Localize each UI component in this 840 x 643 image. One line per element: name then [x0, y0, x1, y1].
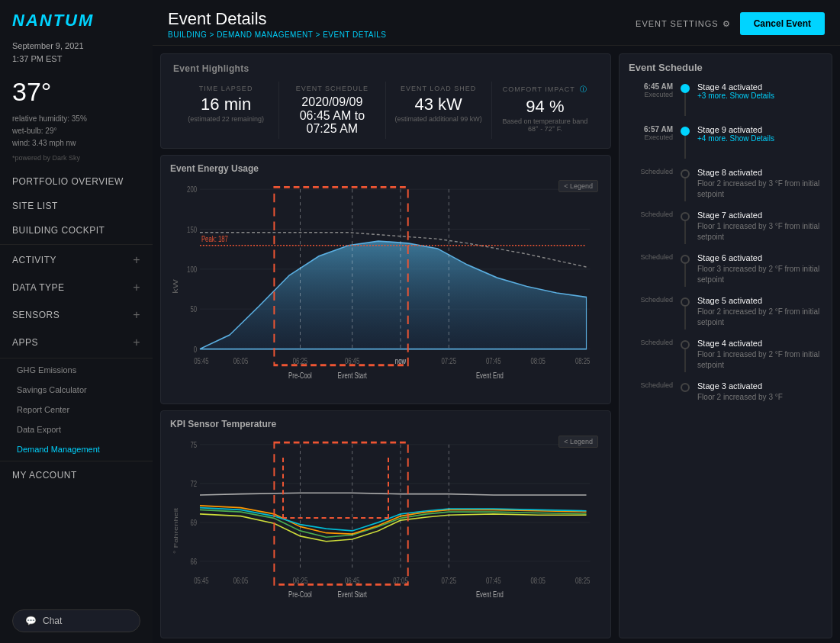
schedule-info: Stage 4 activated Floor 1 increased by 2…: [697, 339, 822, 372]
sidebar-item-cockpit[interactable]: BUILDING COCKPIT: [0, 218, 153, 243]
svg-text:06:05: 06:05: [233, 575, 248, 585]
svg-text:Event Start: Event Start: [337, 589, 367, 599]
schedule-line: [681, 381, 690, 403]
temp-legend-button[interactable]: < Legend: [558, 436, 598, 448]
svg-text:Peak: 187: Peak: 187: [201, 234, 228, 244]
sidebar-item-sensors[interactable]: SENSORS+: [0, 301, 153, 329]
sidebar-item-sitelist[interactable]: SITE LIST: [0, 194, 153, 218]
chat-button[interactable]: 💬 Chat: [12, 609, 140, 632]
sidebar-item-account[interactable]: MY ACCOUNT: [0, 463, 153, 487]
schedule-item: Scheduled Stage 7 activated Floor 1 incr…: [629, 211, 822, 244]
schedule-line: [681, 168, 690, 201]
svg-text:Event End: Event End: [476, 589, 504, 599]
svg-text:Event Start: Event Start: [337, 370, 367, 380]
schedule-dot: [681, 383, 690, 392]
schedule-stage-label: Stage 3 activated: [697, 381, 822, 391]
content-area: Event Highlights TIME LAPSED 16 min (est…: [153, 46, 840, 643]
schedule-item: Scheduled Stage 5 activated Floor 2 incr…: [629, 296, 822, 330]
schedule-status: Scheduled: [629, 296, 673, 304]
sidebar-item-report[interactable]: Report Center: [0, 400, 153, 420]
schedule-detail: Floor 1 increased by 3 °F from initial s…: [697, 221, 822, 243]
svg-marker-11: [200, 241, 587, 349]
svg-text:08:05: 08:05: [530, 356, 545, 366]
schedule-status: Scheduled: [629, 381, 673, 389]
cancel-event-button[interactable]: Cancel Event: [740, 12, 825, 35]
schedule-dot: [681, 169, 690, 178]
temp-chart-card: KPI Sensor Temperature < Legend ° Fahren…: [160, 410, 611, 638]
schedule-stage-label: Stage 4 activated: [697, 82, 822, 92]
schedule-dot: [681, 84, 690, 93]
schedule-info: Stage 8 activated Floor 2 increased by 3…: [697, 168, 822, 201]
schedule-line: [681, 125, 690, 159]
svg-text:150: 150: [187, 224, 197, 234]
schedule-info: Stage 4 activated +3 more. Show Details: [697, 82, 822, 116]
schedule-dot: [681, 127, 690, 136]
schedule-line: [681, 339, 690, 372]
schedule-detail: Floor 3 increased by 2 °F from initial s…: [697, 264, 822, 285]
schedule-detail: Floor 2 increased by 2 °F from initial s…: [697, 307, 822, 328]
schedule-more-link[interactable]: +3 more. Show Details: [697, 92, 822, 100]
svg-text:69: 69: [190, 517, 197, 527]
svg-text:07:45: 07:45: [486, 356, 500, 366]
sidebar-item-ghg[interactable]: GHG Emissions: [0, 360, 153, 380]
temp-chart-svg: ° Fahrenheit 75 72 69 66: [170, 434, 601, 629]
schedule-detail: Floor 2 increased by 3 °F: [697, 392, 822, 403]
breadcrumb: BUILDING > DEMAND MANAGEMENT > EVENT DET…: [168, 31, 387, 39]
svg-text:Pre-Cool: Pre-Cool: [288, 370, 312, 380]
schedule-dot: [681, 340, 690, 349]
schedule-time-col: Scheduled: [629, 339, 673, 372]
sidebar-temperature: 37°: [0, 72, 153, 111]
svg-text:75: 75: [190, 439, 197, 449]
sidebar-item-demand[interactable]: Demand Management: [0, 439, 153, 459]
schedule-status: Executed: [629, 91, 673, 98]
svg-rect-56: [274, 442, 407, 584]
schedule-stage-label: Stage 5 activated: [697, 296, 822, 305]
sidebar-item-activity[interactable]: ACTIVITY+: [0, 246, 153, 274]
chat-section: 💬 Chat: [0, 599, 153, 643]
svg-text:72: 72: [190, 478, 197, 488]
schedule-status: Scheduled: [629, 168, 673, 175]
schedule-title: Event Schedule: [629, 62, 822, 73]
svg-text:06:05: 06:05: [233, 356, 248, 366]
schedule-time-col: 6:45 AM Executed: [629, 82, 673, 116]
schedule-time-col: Scheduled: [629, 168, 673, 201]
energy-chart-wrap: < Legend kW 200 150 100: [170, 178, 601, 394]
svg-text:66: 66: [190, 556, 197, 566]
schedule-item: 6:45 AM Executed Stage 4 activated +3 mo…: [629, 82, 822, 116]
sidebar-nav: PORTFOLIO OVERVIEW SITE LIST BUILDING CO…: [0, 169, 153, 599]
schedule-more-link[interactable]: +4 more. Show Details: [697, 134, 822, 143]
event-settings-button[interactable]: EVENT SETTINGS ⚙: [636, 19, 731, 29]
svg-text:07:25: 07:25: [442, 575, 456, 585]
sidebar-item-export[interactable]: Data Export: [0, 420, 153, 439]
svg-text:08:25: 08:25: [575, 575, 590, 585]
svg-text:05:45: 05:45: [194, 356, 208, 366]
energy-chart-card: Event Energy Usage < Legend kW: [160, 155, 611, 404]
schedule-line: [681, 82, 690, 116]
schedule-dot: [681, 255, 690, 264]
schedule-time-col: Scheduled: [629, 253, 673, 287]
schedule-detail: Floor 1 increased by 2 °F from initial s…: [697, 349, 822, 371]
sidebar-item-datatype[interactable]: DATA TYPE+: [0, 274, 153, 301]
schedule-time: 6:45 AM: [629, 82, 673, 91]
svg-text:° Fahrenheit: ° Fahrenheit: [172, 507, 179, 554]
schedule-stage-label: Stage 9 activated: [697, 125, 822, 134]
schedule-time-col: Scheduled: [629, 296, 673, 330]
highlight-time-lapsed: TIME LAPSED 16 min (estimated 22 remaini…: [173, 82, 279, 139]
svg-text:07:25: 07:25: [442, 356, 456, 366]
sidebar-item-apps[interactable]: APPS+: [0, 329, 153, 356]
highlight-event-schedule: EVENT SCHEDULE 2020/09/09 06:45 AM to 07…: [279, 82, 385, 139]
info-icon: ⓘ: [580, 85, 587, 93]
svg-text:08:25: 08:25: [575, 356, 590, 366]
sidebar-item-portfolio[interactable]: PORTFOLIO OVERVIEW: [0, 169, 153, 194]
sidebar-date: September 9, 2021 1:37 PM EST: [0, 37, 153, 72]
powered-by: *powered by Dark Sky: [0, 153, 153, 169]
chat-icon: 💬: [25, 616, 37, 626]
svg-text:08:05: 08:05: [530, 575, 545, 585]
highlight-load-shed: EVENT LOAD SHED 43 kW (estimated additio…: [386, 82, 492, 139]
energy-legend-button[interactable]: < Legend: [558, 180, 598, 192]
sidebar-item-savings[interactable]: Savings Calculator: [0, 380, 153, 400]
page-header: Event Details BUILDING > DEMAND MANAGEME…: [153, 0, 840, 46]
schedule-info: Stage 5 activated Floor 2 increased by 2…: [697, 296, 822, 330]
svg-text:200: 200: [187, 185, 197, 195]
schedule-status: Scheduled: [629, 339, 673, 346]
